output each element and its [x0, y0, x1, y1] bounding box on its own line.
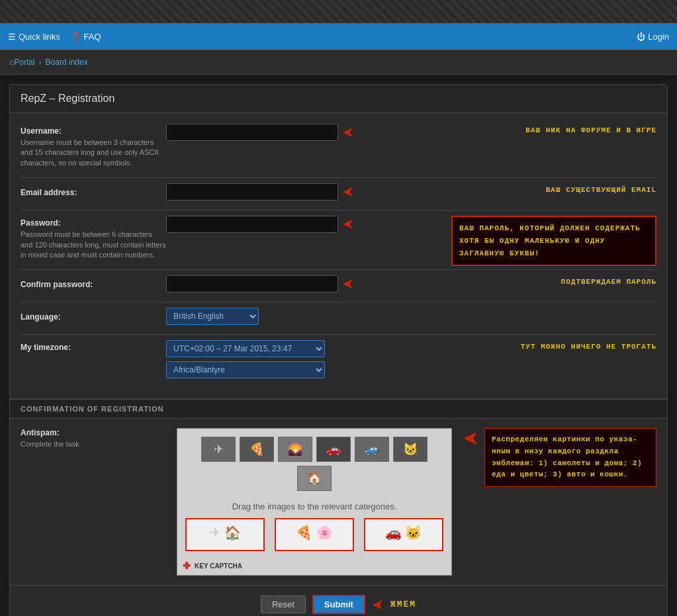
antispam-hint: Complete the task: [21, 440, 79, 448]
captcha-cat-1[interactable]: ✈ 🏠: [185, 518, 265, 551]
quick-links-label: Quick links: [19, 32, 60, 42]
captcha-drag-text: Drag the images to the relevant categori…: [177, 495, 451, 518]
timezone-label-area: My timezone:: [21, 340, 166, 354]
password-arrow: ➤: [342, 216, 354, 233]
confirm-password-label-area: Confirm password:: [21, 277, 166, 291]
captcha-cat-1-icons: ✈ 🏠: [210, 525, 242, 541]
divider-4: [21, 302, 656, 302]
captcha-annotation-box: Распределяем картинки по указа-нным в ни…: [484, 428, 656, 486]
confirm-password-label: Confirm password:: [21, 280, 166, 289]
antispam-label: Antispam:: [21, 428, 166, 437]
page-title: RepZ – Registration: [10, 85, 667, 113]
username-input[interactable]: [166, 124, 338, 141]
portal-breadcrumb[interactable]: Portal: [14, 58, 34, 67]
captcha-categories: ✈ 🏠 🍕 🌸 🚗 🐱: [177, 518, 451, 556]
captcha-thumb-1[interactable]: ✈: [201, 437, 236, 462]
timezone-select[interactable]: UTC+02:00 – 27 Mar 2015, 23:47: [166, 340, 325, 357]
faq-label: FAQ: [83, 32, 101, 42]
username-row: Username: Username must be between 3 cha…: [21, 124, 656, 168]
submit-annotation: ЖМЕМ: [390, 599, 416, 609]
form-section: Username: Username must be between 3 cha…: [10, 113, 667, 398]
username-arrow: ➤: [342, 124, 354, 141]
password-input[interactable]: [166, 216, 338, 233]
username-label-area: Username: Username must be between 3 cha…: [21, 124, 166, 168]
captcha-thumb-4[interactable]: 🚗: [316, 437, 351, 462]
email-label: Email address:: [21, 188, 166, 197]
hamburger-icon: ☰: [8, 32, 16, 42]
password-hint: Password must be between 6 characters an…: [21, 230, 166, 259]
power-icon: ⏻: [637, 32, 645, 42]
confirm-password-annotation: ПОДТВЕРЖДАЕМ ПАРОЛЬ: [561, 278, 656, 286]
captcha-annotation-area: ➤ Распределяем картинки по указа-нным в …: [463, 428, 656, 486]
captcha-cat-3[interactable]: 🚗 🐱: [364, 518, 443, 551]
nav-right: ⏻ Login: [637, 32, 669, 42]
confirmation-section-header: CONFIRMATION OF REGISTRATION: [10, 398, 667, 419]
captcha-arrow: ➤: [463, 428, 479, 448]
password-label-area: Password: Password must be between 6 cha…: [21, 216, 166, 260]
submit-arrow: ➤: [372, 596, 384, 613]
login-label[interactable]: Login: [648, 32, 669, 42]
captcha-thumb-5[interactable]: 🚙: [355, 437, 389, 462]
breadcrumb-bar: ⌂ Portal › Board index: [0, 50, 677, 75]
keycaptcha-logo: KEY CAPTCHA: [195, 562, 242, 570]
timezone-annotation: ТУТ МОЖНО НИЧЕГО НЕ ТРОГАТЬ: [521, 343, 656, 351]
password-row: Password: Password must be between 6 cha…: [21, 216, 656, 260]
captcha-box[interactable]: ✈ 🍕 🌄 🚗 🚙 🐱 🏠 Drag the images to the rel…: [177, 428, 452, 576]
quick-links-button[interactable]: ☰ Quick links: [8, 32, 60, 42]
email-label-area: Email address:: [21, 185, 166, 199]
divider-2: [21, 210, 656, 210]
confirm-password-input[interactable]: [166, 275, 338, 292]
email-input[interactable]: [166, 183, 338, 200]
divider-5: [21, 334, 656, 335]
captcha-images-top: ✈ 🍕 🌄 🚗 🚙 🐱 🏠: [177, 429, 451, 495]
username-hint: Username must be between 3 characters an…: [21, 138, 159, 167]
portal-breadcrumb-label: Portal: [14, 58, 34, 67]
home-icon: ⌂: [9, 58, 14, 67]
email-row: Email address: ➤ ВАШ СУЩЕСТВУЮЩИЙ EMAIL: [21, 183, 656, 200]
password-annotation-box: ВАШ ПАРОЛЬ, КОТОРЫЙ ДОЛЖЕН СОДЕРЖАТЬ ХОТ…: [451, 216, 656, 266]
captcha-thumb-3[interactable]: 🌄: [278, 437, 312, 462]
confirm-password-arrow: ➤: [342, 275, 354, 292]
faq-link[interactable]: ❓ FAQ: [71, 32, 101, 42]
language-label-area: Language:: [21, 310, 166, 324]
captcha-footer: ✤ KEY CAPTCHA: [177, 556, 451, 575]
captcha-cat-2-icons: 🍕 🌸: [296, 525, 333, 541]
submit-area: Reset Submit ➤ ЖМЕМ: [10, 586, 667, 616]
nav-left: ☰ Quick links ❓ FAQ: [8, 32, 101, 42]
antispam-label-area: Antispam: Complete the task: [21, 428, 166, 449]
language-select[interactable]: British English English: [166, 308, 259, 325]
captcha-thumb-2[interactable]: 🍕: [240, 437, 274, 462]
captcha-thumb-7[interactable]: 🏠: [297, 466, 332, 491]
timezone-city-select[interactable]: Africa/Blantyre: [166, 361, 325, 378]
captcha-cat-3-icons: 🚗 🐱: [385, 525, 422, 541]
timezone-label: My timezone:: [21, 343, 166, 352]
timezone-row: My timezone: UTC+02:00 – 27 Mar 2015, 23…: [21, 340, 656, 378]
question-icon: ❓: [71, 32, 81, 42]
confirm-password-row: Confirm password: ➤ ПОДТВЕРЖДАЕМ ПАРОЛЬ: [21, 275, 656, 292]
language-row: Language: British English English: [21, 308, 656, 325]
nav-bar: ☰ Quick links ❓ FAQ ⏻ Login: [0, 23, 677, 50]
key-icon: ✤: [183, 560, 191, 571]
divider-1: [21, 177, 656, 178]
captcha-cat-2[interactable]: 🍕 🌸: [275, 518, 354, 551]
breadcrumb-sep: ›: [39, 58, 42, 67]
board-index-breadcrumb[interactable]: Board index: [46, 58, 88, 67]
reset-button[interactable]: Reset: [261, 595, 306, 613]
board-index-breadcrumb-label: Board index: [46, 58, 88, 67]
username-label: Username:: [21, 126, 166, 136]
language-label: Language:: [21, 312, 166, 322]
email-annotation: ВАШ СУЩЕСТВУЮЩИЙ EMAIL: [546, 186, 656, 194]
main-content: RepZ – Registration Username: Username m…: [9, 84, 668, 616]
email-arrow: ➤: [342, 183, 354, 200]
submit-button[interactable]: Submit: [312, 595, 365, 614]
timezone-selects: UTC+02:00 – 27 Mar 2015, 23:47 Africa/Bl…: [166, 340, 325, 378]
captcha-thumb-6[interactable]: 🐱: [393, 437, 428, 462]
antispam-section: Antispam: Complete the task ✈ 🍕 🌄 🚗 🚙 🐱 …: [10, 419, 667, 585]
divider-3: [21, 269, 656, 270]
username-annotation: ВАШ НИК НА ФОРУМЕ И В ИГРЕ: [525, 126, 656, 134]
top-decorative-bar: [0, 0, 677, 23]
password-label: Password:: [21, 218, 166, 228]
